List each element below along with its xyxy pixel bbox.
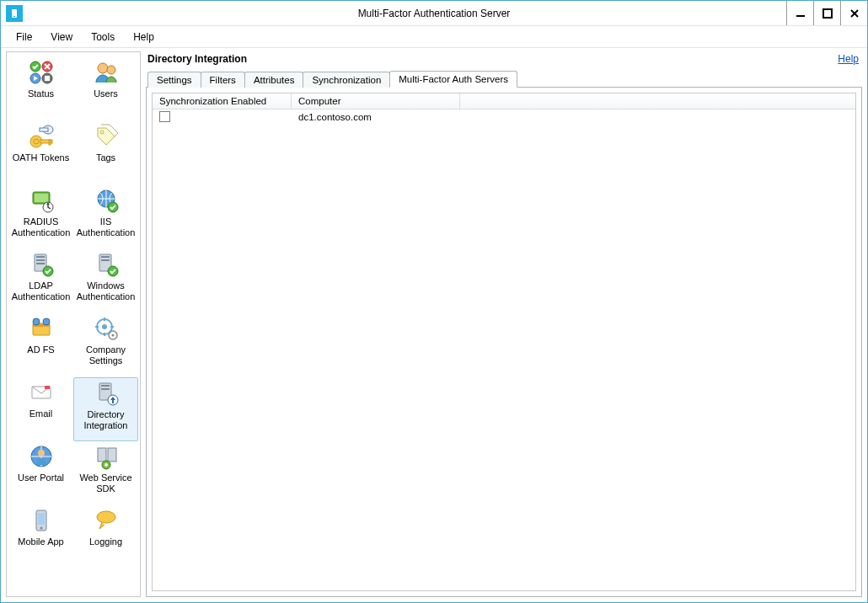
status-icon [28, 59, 55, 86]
menu-tools[interactable]: Tools [83, 29, 123, 45]
sidebar-item-web-service-sdk[interactable]: Web Service SDK [73, 441, 138, 505]
svg-point-56 [38, 450, 45, 456]
svg-rect-34 [101, 259, 110, 261]
help-link[interactable]: Help [838, 53, 859, 65]
menu-view[interactable]: View [42, 29, 81, 45]
svg-rect-49 [45, 386, 50, 389]
sidebar-item-label: Users [94, 88, 118, 99]
main-panel: Directory Integration Help Settings Filt… [146, 51, 862, 597]
minimize-button[interactable] [786, 1, 813, 25]
sidebar-item-label: Web Service SDK [74, 472, 137, 494]
page-title: Directory Integration [147, 53, 247, 65]
oath-tokens-icon [28, 123, 55, 150]
sidebar-item-label: OATH Tokens [13, 152, 69, 163]
iis-auth-icon [93, 187, 120, 214]
sidebar-item-email[interactable]: Email [8, 377, 73, 441]
sidebar-item-label: Email [29, 408, 53, 419]
maximize-button[interactable] [813, 1, 840, 25]
menu-help[interactable]: Help [125, 29, 163, 45]
svg-rect-62 [38, 513, 45, 525]
sidebar-item-label: Status [28, 88, 54, 99]
user-portal-icon [28, 443, 55, 470]
sidebar-item-label: Logging [89, 536, 122, 547]
tab-synchronization[interactable]: Synchronization [303, 72, 390, 88]
sidebar-item-oath-tokens[interactable]: OATH Tokens [8, 121, 73, 185]
svg-point-63 [40, 527, 42, 530]
svg-rect-29 [36, 259, 45, 261]
sidebar-item-directory-integration[interactable]: Directory Integration [73, 377, 138, 441]
mobile-app-icon [28, 507, 55, 534]
sidebar-item-users[interactable]: Users [73, 57, 138, 121]
sidebar-item-label: Directory Integration [75, 409, 137, 430]
svg-rect-3 [823, 9, 832, 18]
tab-filters[interactable]: Filters [201, 72, 245, 88]
svg-rect-22 [35, 194, 48, 202]
tags-icon [93, 123, 120, 150]
ldap-auth-icon [28, 251, 55, 278]
tab-attributes[interactable]: Attributes [244, 72, 304, 88]
sidebar-item-label: Tags [96, 152, 115, 163]
svg-rect-15 [40, 128, 48, 131]
sidebar-item-label: LDAP Authentication [9, 280, 72, 302]
sidebar-item-label: RADIUS Authentication [9, 216, 72, 237]
svg-point-41 [102, 324, 107, 329]
table-row[interactable]: dc1.contoso.com [153, 109, 855, 124]
sidebar-item-label: User Portal [18, 472, 64, 483]
web-service-sdk-icon [93, 443, 120, 470]
tab-settings[interactable]: Settings [147, 72, 201, 88]
svg-rect-2 [796, 15, 805, 17]
grid-header: Synchronization Enabled Computer [153, 93, 855, 109]
adfs-icon [28, 315, 55, 342]
sidebar-item-ldap-auth[interactable]: LDAP Authentication [8, 249, 73, 313]
app-icon [6, 5, 23, 22]
sidebar-item-company-settings[interactable]: Company Settings [73, 313, 138, 377]
sidebar-item-iis-auth[interactable]: IIS Authentication [73, 185, 138, 249]
sync-enabled-checkbox[interactable] [159, 111, 170, 122]
sidebar-item-user-portal[interactable]: User Portal [8, 441, 73, 505]
email-icon [28, 379, 55, 406]
menu-file[interactable]: File [8, 29, 40, 45]
sidebar-item-radius-auth[interactable]: RADIUS Authentication [8, 185, 73, 249]
content-area: Status Users OATH Tokens Tags [1, 48, 867, 602]
menubar: File View Tools Help [1, 26, 867, 48]
app-window: Multi-Factor Authentication Server File … [0, 0, 868, 603]
tab-mfa-servers[interactable]: Multi-Factor Auth Servers [389, 71, 517, 88]
close-button[interactable] [840, 1, 867, 25]
svg-point-39 [43, 318, 50, 325]
users-icon [93, 59, 120, 86]
sidebar-item-adfs[interactable]: AD FS [8, 313, 73, 377]
company-settings-icon [93, 315, 120, 342]
main-header: Directory Integration Help [146, 51, 862, 70]
svg-point-12 [98, 63, 108, 73]
sidebar-item-label: Mobile App [18, 536, 63, 547]
column-sync-enabled[interactable]: Synchronization Enabled [153, 93, 292, 109]
svg-point-47 [111, 334, 114, 337]
column-spacer [460, 93, 855, 109]
sidebar-item-label: Windows Authentication [74, 280, 137, 302]
sidebar-item-mobile-app[interactable]: Mobile App [8, 505, 73, 569]
svg-rect-19 [49, 140, 51, 145]
svg-rect-11 [45, 76, 50, 81]
directory-integration-icon [93, 380, 120, 407]
svg-rect-1 [13, 16, 15, 17]
sidebar: Status Users OATH Tokens Tags [6, 51, 141, 597]
windows-auth-icon [93, 251, 120, 278]
servers-grid: Synchronization Enabled Computer dc1.con… [152, 93, 856, 591]
svg-rect-58 [108, 448, 116, 462]
sidebar-item-label: Company Settings [74, 344, 137, 366]
sidebar-item-tags[interactable]: Tags [73, 121, 138, 185]
window-controls [786, 1, 867, 25]
svg-rect-33 [101, 256, 110, 258]
sidebar-item-logging[interactable]: Logging [73, 505, 138, 569]
sidebar-item-label: AD FS [27, 344, 54, 355]
svg-point-13 [107, 66, 115, 74]
svg-rect-28 [36, 256, 45, 258]
sidebar-item-status[interactable]: Status [8, 57, 73, 121]
column-computer[interactable]: Computer [292, 93, 460, 109]
sidebar-item-windows-auth[interactable]: Windows Authentication [73, 249, 138, 313]
titlebar: Multi-Factor Authentication Server [1, 1, 867, 26]
logging-icon [93, 507, 120, 534]
radius-auth-icon [28, 187, 55, 214]
cell-computer: dc1.contoso.com [292, 110, 460, 124]
window-title: Multi-Factor Authentication Server [1, 8, 867, 19]
